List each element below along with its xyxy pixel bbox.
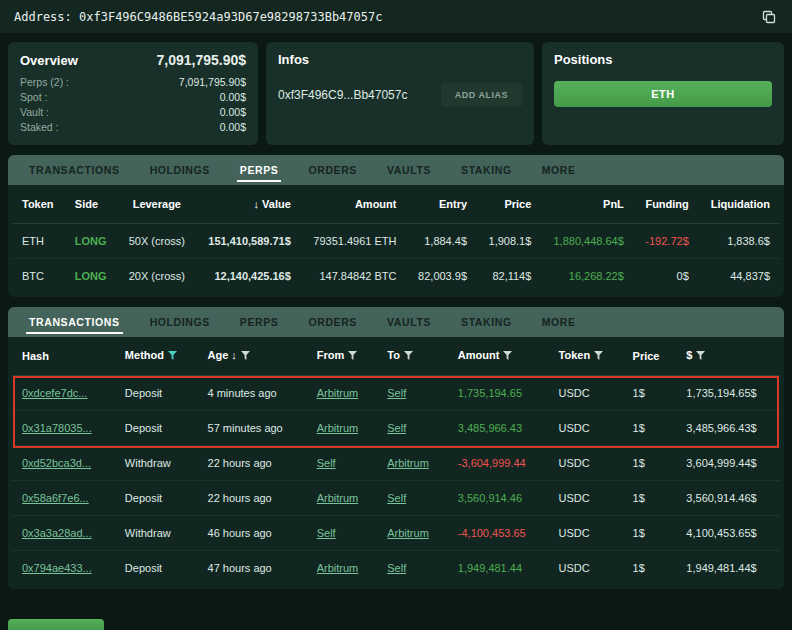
transaction-row: 0x58a6f7e6... Deposit 22 hours ago Arbit… [12,480,780,515]
entry-cell: 1,884.4$ [406,223,477,258]
tab-staking[interactable]: STAKING [446,307,527,337]
amount-cell: -3,604,999.44 [448,445,549,480]
tab-orders[interactable]: ORDERS [293,155,372,185]
col-from-label: From [317,349,345,361]
hash-link[interactable]: 0x3a3a28ad... [22,527,92,539]
col-pnl[interactable]: PnL [541,185,634,223]
col-leverage[interactable]: Leverage [118,185,196,223]
position-eth-button[interactable]: ETH [554,81,772,107]
col-age[interactable]: Age ↓ [198,337,307,375]
entry-cell: 82,003.9$ [406,258,477,293]
transaction-row: 0x3a3a28ad... Withdraw 46 hours ago Self… [12,515,780,550]
overview-row-perps: Perps (2) : 7,091,795.90$ [20,75,246,90]
col-liquidation[interactable]: Liquidation [699,185,780,223]
amount-cell: 79351.4961 ETH [301,223,407,258]
age-filter-icon[interactable] [241,350,250,362]
col-amount[interactable]: Amount [448,337,549,375]
col-price[interactable]: Price [477,185,541,223]
col-funding[interactable]: Funding [634,185,699,223]
infos-title: Infos [278,52,522,67]
liquidation-cell: 44,837$ [699,258,780,293]
from-link[interactable]: Arbitrum [317,492,359,504]
to-link[interactable]: Self [387,562,406,574]
col-amount[interactable]: Amount [301,185,407,223]
from-link[interactable]: Arbitrum [317,422,359,434]
tab-vaults[interactable]: VAULTS [372,307,446,337]
overview-label: Staked : [20,120,59,135]
token-cell: USDC [549,550,623,585]
tab-holdings[interactable]: HOLDINGS [135,155,225,185]
from-link[interactable]: Arbitrum [317,387,359,399]
overview-value: 0.00$ [220,105,246,120]
side-cell: LONG [65,258,118,293]
to-link[interactable]: Self [387,492,406,504]
infos-card: Infos 0xf3F496C9...Bb47057c ADD ALIAS [266,42,534,145]
copy-icon[interactable] [760,8,778,26]
tab-orders[interactable]: ORDERS [293,307,372,337]
method-filter-icon[interactable] [168,350,177,362]
tab-transactions[interactable]: TRANSACTIONS [14,307,135,337]
age-cell: 22 hours ago [198,445,307,480]
price-cell: 1$ [623,445,677,480]
partial-green-button[interactable] [8,619,104,630]
usd-cell: 3,485,966.43$ [676,410,780,445]
positions-title: Positions [554,52,772,67]
to-filter-icon[interactable] [404,350,413,362]
funding-cell: 0$ [634,258,699,293]
to-link[interactable]: Arbitrum [387,527,429,539]
transaction-row: 0x31a78035... Deposit 57 minutes ago Arb… [12,410,780,445]
token-cell: USDC [549,445,623,480]
hash-link[interactable]: 0x31a78035... [22,422,92,434]
tab-staking[interactable]: STAKING [446,155,527,185]
col-method[interactable]: Method [115,337,198,375]
address-bar: Address: 0xf3F496C9486BE5924a93D67e98298… [0,0,792,34]
perps-tabstrip: TRANSACTIONS HOLDINGS PERPS ORDERS VAULT… [8,155,784,185]
hash-link[interactable]: 0x58a6f7e6... [22,492,89,504]
tab-perps[interactable]: PERPS [225,307,294,337]
age-cell: 47 hours ago [198,550,307,585]
token-cell: USDC [549,515,623,550]
amount-filter-icon[interactable] [503,350,512,362]
tab-more[interactable]: MORE [527,155,591,185]
from-filter-icon[interactable] [348,350,357,362]
add-alias-button[interactable]: ADD ALIAS [441,83,522,107]
tab-holdings[interactable]: HOLDINGS [135,307,225,337]
tab-vaults[interactable]: VAULTS [372,155,446,185]
method-cell: Deposit [115,375,198,410]
overview-card: Overview 7,091,795.90$ Perps (2) : 7,091… [8,42,258,145]
side-cell: LONG [65,223,118,258]
col-value[interactable]: ↓ Value [196,185,301,223]
to-link[interactable]: Arbitrum [387,457,429,469]
from-link[interactable]: Self [317,457,336,469]
tab-more[interactable]: MORE [527,307,591,337]
col-to[interactable]: To [377,337,448,375]
col-entry[interactable]: Entry [406,185,477,223]
overview-value: 0.00$ [220,90,246,105]
col-to-label: To [387,349,400,361]
perps-panel: TRANSACTIONS HOLDINGS PERPS ORDERS VAULT… [8,155,784,297]
col-from[interactable]: From [307,337,378,375]
col-hash[interactable]: Hash [12,337,115,375]
usd-filter-icon[interactable] [696,350,705,362]
hash-link[interactable]: 0xd52bca3d... [22,457,91,469]
tab-perps[interactable]: PERPS [225,155,294,185]
from-link[interactable]: Self [317,527,336,539]
price-cell: 1$ [623,410,677,445]
to-link[interactable]: Self [387,387,406,399]
col-price[interactable]: Price [623,337,677,375]
tab-transactions[interactable]: TRANSACTIONS [14,155,135,185]
to-link[interactable]: Self [387,422,406,434]
from-link[interactable]: Arbitrum [317,562,359,574]
token-filter-icon[interactable] [594,350,603,362]
col-side[interactable]: Side [65,185,118,223]
transaction-row: 0xd52bca3d... Withdraw 22 hours ago Self… [12,445,780,480]
col-token[interactable]: Token [12,185,65,223]
hash-link[interactable]: 0x794ae433... [22,562,92,574]
value-cell: 12,140,425.16$ [196,258,301,293]
transactions-header-row: Hash Method Age ↓ From To Amount Token P… [12,337,780,375]
col-usd[interactable]: $ [676,337,780,375]
hash-link[interactable]: 0xdcefe7dc... [22,387,87,399]
method-cell: Withdraw [115,445,198,480]
col-token[interactable]: Token [549,337,623,375]
price-cell: 1$ [623,375,677,410]
